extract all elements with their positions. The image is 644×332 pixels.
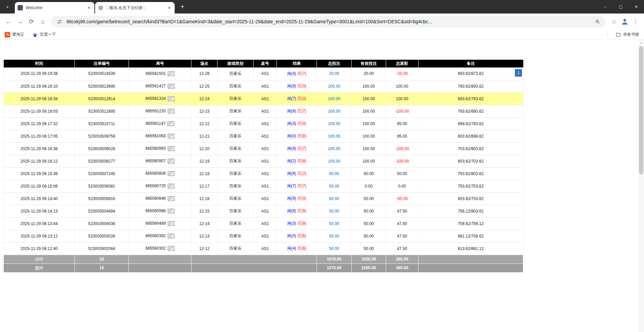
scroll-up-icon[interactable]: ▲: [638, 40, 644, 45]
card-result-image-icon[interactable]: [168, 134, 175, 139]
subtotal-label: 小计: [4, 255, 75, 264]
result-player: 闲(6): [287, 171, 296, 176]
valid-bet-cell: 100.00: [352, 105, 386, 117]
refresh-button[interactable]: ⟳: [26, 16, 37, 27]
home-button[interactable]: ⌂: [37, 16, 49, 27]
round-cell: 665560808: [129, 167, 192, 180]
bookmark-baidu[interactable]: 百度一下: [32, 32, 56, 37]
total-bet-cell[interactable]: 50.00: [317, 230, 352, 242]
result-banker: 庄(8): [297, 221, 306, 226]
card-result-image-icon[interactable]: [168, 184, 175, 189]
total-bet-cell[interactable]: 50.00: [317, 205, 352, 217]
forward-button[interactable]: →: [14, 16, 26, 27]
tab-close-icon[interactable]: ✕: [86, 5, 92, 10]
card-result-image-icon[interactable]: [168, 209, 175, 214]
result-banker: 庄(4): [297, 121, 306, 126]
new-tab-button[interactable]: +: [177, 2, 187, 12]
table-row: 2025-11-29 06:13:44523003504036665560489…: [4, 217, 523, 230]
round-number: 665560566: [145, 209, 166, 213]
browser-tab-welcome[interactable]: Welcome ✕: [15, 2, 94, 13]
card-result-image-icon[interactable]: [168, 171, 175, 176]
all-bookmarks-button[interactable]: 所有书签: [616, 32, 639, 37]
total-bet-cell[interactable]: 100.00: [317, 142, 352, 155]
session-cell: 12-15: [192, 205, 217, 217]
card-result-image-icon[interactable]: [168, 96, 175, 101]
valid-bet-cell: 50.00: [352, 192, 386, 205]
card-result-image-icon[interactable]: [168, 233, 175, 239]
valid-bet-cell: 100.00: [352, 142, 386, 155]
total-bet-cell[interactable]: 100.00: [317, 92, 352, 105]
total-bet-cell[interactable]: 100.00: [317, 117, 352, 130]
back-button[interactable]: ←: [3, 16, 14, 27]
total-bet-cell[interactable]: 100.00: [317, 130, 352, 142]
subtotal-count: 15: [75, 255, 129, 264]
pagination-page-1[interactable]: 1: [515, 69, 522, 77]
card-result-image-icon[interactable]: [168, 71, 175, 76]
card-result-image-icon[interactable]: [168, 159, 175, 164]
table-no-cell: AS1: [254, 117, 277, 130]
result-cell: 闲(4) 庄(7): [277, 67, 317, 80]
valid-bet-cell: 0.00: [352, 180, 386, 192]
card-result-image-icon[interactable]: [168, 109, 175, 114]
tab-close-icon[interactable]: ✕: [167, 5, 172, 10]
card-result-image-icon[interactable]: [167, 121, 174, 126]
total-bet-cell[interactable]: 100.00: [317, 105, 352, 117]
browser-tab-betrecord[interactable]: :::视讯 会员下注纪录::: ✕: [95, 2, 175, 13]
bookmark-taobao[interactable]: 淘 爱淘宝: [5, 32, 24, 37]
vertical-scrollbar[interactable]: ▲: [638, 40, 644, 332]
profile-avatar[interactable]: [620, 17, 630, 27]
result-player: 闲(3): [287, 221, 296, 226]
window-minimize-button[interactable]: –: [597, 0, 613, 13]
table-no-cell: AS1: [254, 230, 277, 242]
bookmark-star-icon[interactable]: ☆: [608, 16, 620, 27]
browser-toolbar: ← → ⟳ ⌂ 66cxkj98.com/game/betrecord_sear…: [0, 13, 644, 30]
address-bar[interactable]: 66cxkj98.com/game/betrecord_search/kind3…: [51, 16, 606, 27]
total-bet-cell[interactable]: 50.00: [317, 192, 352, 205]
total-bet-cell[interactable]: 20.00: [317, 67, 352, 80]
time-cell: 2025-11-29 06:12:40: [4, 242, 75, 255]
table-no-cell: AS1: [254, 205, 277, 217]
result-cell: 闲(8) 庄(0): [277, 80, 317, 92]
session-cell: 12-22: [192, 117, 217, 130]
window-close-button[interactable]: ✕: [628, 0, 644, 13]
total-bet-cell[interactable]: 100.00: [317, 155, 352, 167]
card-result-image-icon[interactable]: [168, 196, 175, 201]
url-text[interactable]: 66cxkj98.com/game/betrecord_search/kind3…: [66, 19, 593, 24]
total-empty-cell: [418, 264, 523, 272]
game-type-cell: 百家乐: [217, 105, 254, 117]
subtotal-empty-cell: [192, 255, 317, 264]
card-result-image-icon[interactable]: [168, 246, 175, 251]
round-number: 665560808: [145, 171, 166, 176]
zoom-icon[interactable]: [593, 18, 602, 26]
scrollbar-thumb[interactable]: [639, 46, 643, 174]
session-cell: 12-17: [192, 180, 217, 192]
window-controls: – ▢ ✕: [597, 0, 644, 13]
game-type-cell: 百家乐: [217, 80, 254, 92]
time-cell: 2025-11-29 06:17:32: [4, 117, 75, 130]
subtotal-total-bet: 1070.00: [317, 255, 352, 264]
site-info-icon[interactable]: [55, 18, 63, 26]
bet-id-cell: 523003504894: [75, 205, 129, 217]
total-bet-cell[interactable]: 50.00: [317, 180, 352, 192]
round-cell: 665561147: [129, 117, 192, 130]
game-type-cell: 百家乐: [217, 180, 254, 192]
card-result-image-icon[interactable]: [168, 146, 175, 151]
total-bet-cell[interactable]: 50.00: [317, 242, 352, 255]
menu-icon[interactable]: ⋮: [630, 16, 641, 27]
valid-bet-cell: 50.00: [352, 217, 386, 230]
tab-search-button[interactable]: ∨: [3, 2, 12, 11]
total-bet-cell[interactable]: 50.00: [317, 217, 352, 230]
result-banker: 庄(2): [297, 96, 306, 101]
result-banker: 庄(7): [297, 146, 306, 151]
result-cell: 闲(0) 庄(8): [277, 130, 317, 142]
total-bet-cell[interactable]: 100.00: [317, 80, 352, 92]
subtotal-valid-bet: 1020.00: [352, 255, 386, 264]
window-maximize-button[interactable]: ▢: [613, 0, 628, 13]
card-result-image-icon[interactable]: [168, 221, 175, 226]
total-bet-cell[interactable]: 50.00: [317, 167, 352, 180]
table-no-cell: AS1: [254, 180, 277, 192]
card-result-image-icon[interactable]: [168, 84, 175, 89]
result-player: 闲(9): [287, 146, 296, 151]
session-cell: 12-13: [192, 230, 217, 242]
remark-cell: 693.62/793.62: [418, 92, 523, 105]
